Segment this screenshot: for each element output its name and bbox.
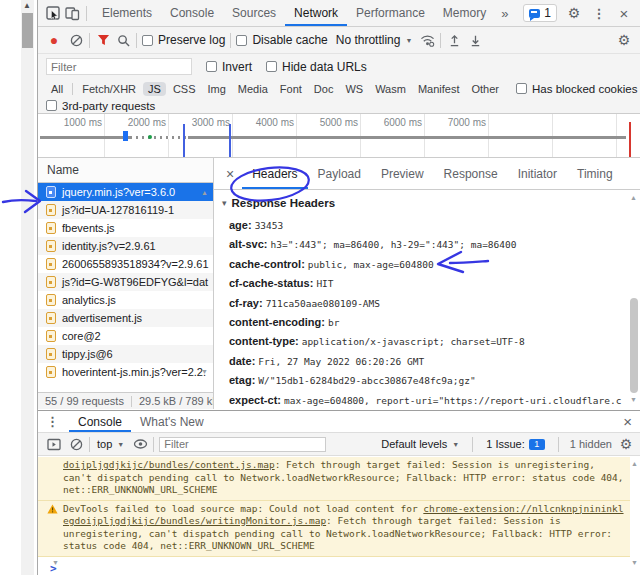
filter-chip-wasm[interactable]: Wasm [370, 82, 411, 96]
tab-console[interactable]: Console [161, 0, 223, 26]
tab-network[interactable]: Network [285, 0, 347, 26]
page-scrollbar[interactable]: ▲ [21, 0, 34, 575]
scroll-down-icon[interactable]: ▼ [52, 559, 59, 566]
clear-network-log-icon[interactable] [68, 32, 84, 48]
device-toolbar-icon[interactable] [64, 5, 80, 21]
search-icon[interactable] [115, 32, 131, 48]
invert-checkbox[interactable]: Invert [206, 60, 252, 74]
tab-whats-new[interactable]: What's New [131, 411, 213, 432]
network-settings-gear-icon[interactable]: ⚙ [616, 32, 632, 48]
export-har-icon[interactable] [467, 32, 483, 48]
request-row[interactable]: analytics.js [38, 291, 213, 309]
console-prompt-chevron[interactable]: > [38, 557, 630, 575]
third-party-row: 3rd-party requests [38, 98, 640, 113]
issues-counter-button[interactable]: 1 [523, 4, 557, 22]
scroll-up-icon[interactable]: ▲ [23, 1, 31, 10]
network-filter-input[interactable] [46, 58, 192, 75]
more-tabs-icon[interactable]: » [495, 6, 514, 21]
name-column-header[interactable]: Name [38, 158, 213, 183]
console-warning-message[interactable]: DevTools failed to load source map: Coul… [38, 501, 630, 557]
filter-chip-img[interactable]: Img [203, 82, 231, 96]
settings-gear-icon[interactable]: ⚙ [566, 5, 582, 21]
scroll-down-icon[interactable]: ▼ [201, 368, 208, 375]
scroll-up-icon[interactable]: ▲ [631, 460, 638, 467]
request-row[interactable]: hoverintent-js.min.js?ver=2.2. [38, 363, 213, 381]
request-row[interactable]: js?id=UA-127816119-1 [38, 201, 213, 219]
javascript-context-dropdown[interactable]: top ▼ [97, 438, 124, 450]
tab-headers[interactable]: Headers [242, 158, 307, 189]
network-conditions-icon[interactable] [419, 32, 435, 48]
drawer-kebab-menu-icon[interactable]: ⋮ [46, 415, 59, 428]
tab-console-drawer[interactable]: Console [69, 411, 131, 432]
scroll-up-icon[interactable]: ▲ [630, 194, 637, 201]
filter-chip-ws[interactable]: WS [340, 82, 368, 96]
issues-counter-button[interactable]: 1 Issue: 1 [486, 438, 545, 450]
scroll-up-icon[interactable]: ▲ [201, 189, 208, 196]
has-blocked-cookies-label: Has blocked cookies [532, 83, 637, 95]
section-title-row[interactable]: ▾ Response Headers [222, 197, 628, 209]
script-file-icon [46, 366, 56, 378]
tab-payload[interactable]: Payload [308, 158, 371, 189]
close-devtools-icon[interactable]: × [616, 5, 632, 21]
details-scrollbar-thumb[interactable] [630, 298, 638, 393]
request-row-selected[interactable]: jquery.min.js?ver=3.6.0 [38, 183, 213, 201]
console-filter-input[interactable] [159, 437, 326, 452]
live-expression-eye-icon[interactable] [132, 436, 148, 452]
filter-chip-media[interactable]: Media [233, 82, 273, 96]
resource-type-filters: All Fetch/XHR JS CSS Img Media Font Doc … [38, 79, 640, 98]
request-row[interactable]: tippy.js@6 [38, 345, 213, 363]
filter-chip-other[interactable]: Other [466, 82, 504, 96]
request-row[interactable]: advertisement.js [38, 309, 213, 327]
filter-chip-css[interactable]: CSS [168, 82, 201, 96]
record-network-log-icon[interactable]: ● [46, 32, 62, 48]
request-row[interactable]: core@2 [38, 327, 213, 345]
chevron-down-icon: ▼ [452, 441, 459, 448]
tab-sources[interactable]: Sources [223, 0, 285, 26]
kebab-menu-icon[interactable]: ⋮ [591, 5, 607, 21]
inspect-element-icon[interactable] [45, 5, 61, 21]
disable-cache-checkbox[interactable]: Disable cache [236, 33, 327, 47]
log-levels-dropdown[interactable]: Default levels ▼ [381, 438, 459, 450]
tab-initiator[interactable]: Initiator [508, 158, 567, 189]
clear-console-icon[interactable] [68, 436, 84, 452]
request-row[interactable]: 2600655893518934?v=2.9.61 [38, 255, 213, 273]
tab-memory[interactable]: Memory [434, 0, 495, 26]
page-scrollbar-thumb[interactable] [22, 13, 33, 48]
network-overview-timeline[interactable]: 1000 ms 2000 ms 3000 ms 4000 ms 5000 ms … [38, 113, 640, 158]
close-drawer-icon[interactable]: × [623, 414, 632, 429]
response-header-row: expect-ct:max-age=604800, report-uri="ht… [229, 391, 628, 409]
filter-chip-manifest[interactable]: Manifest [413, 82, 465, 96]
levels-value: Default levels [381, 438, 447, 450]
close-details-icon[interactable]: × [218, 166, 242, 182]
tab-preview[interactable]: Preview [371, 158, 434, 189]
timeline-tick: 7000 ms [426, 117, 486, 128]
source-map-link[interactable]: doijpljgdjkijc/bundles/content.js.map [63, 459, 275, 470]
console-settings-gear-icon[interactable]: ⚙ [618, 436, 634, 452]
hide-data-urls-checkbox[interactable]: Hide data URLs [266, 60, 367, 74]
divider [472, 437, 473, 452]
throttling-dropdown[interactable]: No throttling ▼ [336, 33, 413, 47]
divider [230, 33, 231, 48]
filter-funnel-icon[interactable] [95, 32, 111, 48]
tab-timing[interactable]: Timing [567, 158, 623, 189]
filter-chip-all[interactable]: All [46, 82, 68, 96]
request-row[interactable]: fbevents.js [38, 219, 213, 237]
scroll-down-icon[interactable]: ▼ [631, 559, 638, 566]
request-row[interactable]: js?id=G-W8T96EDFYG&l=dat [38, 273, 213, 291]
scroll-down-icon[interactable]: ▼ [630, 396, 637, 403]
filter-chip-font[interactable]: Font [275, 82, 307, 96]
has-blocked-cookies-checkbox[interactable]: Has blocked cookies [516, 83, 637, 95]
import-har-icon[interactable] [446, 32, 462, 48]
filter-chip-doc[interactable]: Doc [309, 82, 339, 96]
preserve-log-checkbox[interactable]: Preserve log [142, 33, 225, 47]
checkbox-icon [266, 61, 277, 72]
tab-performance[interactable]: Performance [347, 0, 434, 26]
tab-response[interactable]: Response [434, 158, 508, 189]
third-party-requests-checkbox[interactable]: 3rd-party requests [46, 100, 155, 112]
console-sidebar-icon[interactable] [46, 436, 62, 452]
filter-chip-fetch-xhr[interactable]: Fetch/XHR [77, 82, 141, 96]
console-warning-message[interactable]: doijpljgdjkijc/bundles/content.js.map: F… [38, 457, 630, 501]
tab-elements[interactable]: Elements [93, 0, 161, 26]
request-row[interactable]: identity.js?v=2.9.61 [38, 237, 213, 255]
filter-chip-js[interactable]: JS [143, 82, 166, 96]
